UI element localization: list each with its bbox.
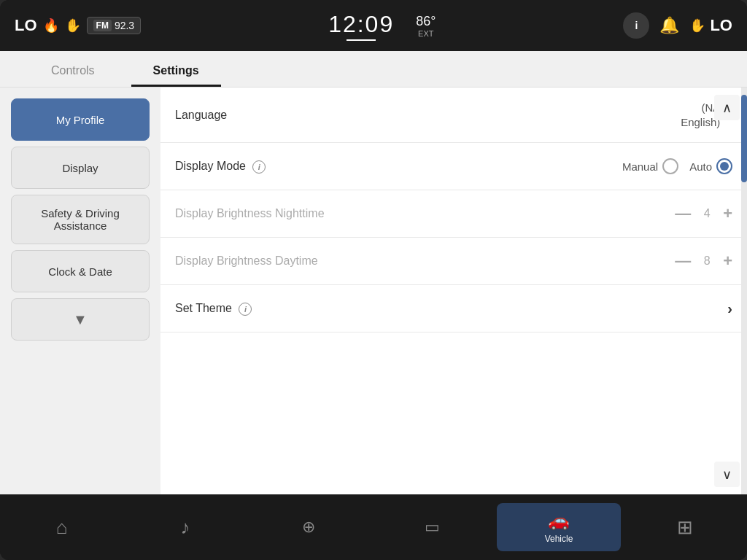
content-area: My Profile Display Safety & Driving Assi… [0, 88, 747, 494]
tab-controls[interactable]: Controls [29, 57, 117, 87]
hand-right-icon: ✋ [689, 18, 705, 34]
settings-row-brightness-night: Display Brightness Nighttime — 4 + [160, 190, 747, 238]
display-mode-label: Display Mode i [175, 160, 622, 174]
brightness-night-decrease[interactable]: — [675, 206, 691, 222]
nav-assist-icon[interactable]: i [623, 12, 649, 39]
set-theme-label: Set Theme i [175, 302, 727, 316]
tab-settings[interactable]: Settings [131, 57, 221, 87]
scrollbar-track [741, 88, 747, 494]
display-mode-info-icon[interactable]: i [252, 160, 266, 174]
status-temp: 86° [416, 14, 436, 29]
settings-row-language: Language (NAEnglish) › [160, 88, 747, 143]
language-label: Language [175, 109, 681, 122]
main-content: Controls Settings My Profile Display Saf… [0, 51, 747, 494]
bottom-nav: ⌂ ♪ ⊕ ▭ 🚗 Vehicle ⊞ [0, 494, 747, 560]
brightness-day-label: Display Brightness Daytime [175, 254, 675, 268]
music-icon: ♪ [180, 516, 190, 539]
set-theme-info-icon[interactable]: i [239, 303, 252, 316]
navigation-icon: ⊕ [302, 518, 315, 537]
vehicle-icon: 🚗 [548, 510, 570, 531]
status-right: i 🔔 ✋ LO [623, 12, 732, 39]
bottom-nav-vehicle[interactable]: 🚗 Vehicle [497, 503, 620, 551]
status-lo-left: LO [15, 16, 37, 35]
flame-icon: 🔥 [43, 18, 59, 34]
brightness-day-value: 8 [700, 254, 714, 268]
scroll-up-button[interactable]: ∧ [714, 95, 740, 120]
sidebar: My Profile Display Safety & Driving Assi… [0, 88, 160, 494]
status-left: LO 🔥 ✋ FM 92.3 [15, 16, 141, 35]
status-bar: LO 🔥 ✋ FM 92.3 12:09 86° EXT [0, 0, 747, 51]
bottom-nav-navigation[interactable]: ⊕ [247, 510, 371, 544]
radio-circle-manual[interactable] [662, 158, 678, 174]
sidebar-item-safety[interactable]: Safety & Driving Assistance [11, 195, 150, 244]
radio-option-manual[interactable]: Manual [622, 158, 678, 174]
steering-hand-icon: ✋ [65, 18, 81, 34]
nav-inner-icon: i [635, 20, 638, 31]
sidebar-item-my-profile[interactable]: My Profile [11, 98, 150, 141]
bell-icon[interactable]: 🔔 [659, 16, 679, 35]
scroll-down-button[interactable]: ∨ [714, 462, 740, 487]
brightness-day-decrease[interactable]: — [675, 253, 691, 269]
settings-row-brightness-day: Display Brightness Daytime — 8 + [160, 238, 747, 285]
fm-freq: 92.3 [115, 20, 134, 31]
settings-row-set-theme: Set Theme i › [160, 285, 747, 332]
phone-icon: ▭ [425, 518, 440, 537]
sidebar-scroll-down[interactable]: ▼ [11, 298, 150, 341]
bottom-nav-home[interactable]: ⌂ [0, 509, 123, 546]
settings-list: Language (NAEnglish) › Display Mode i [160, 88, 747, 332]
bottom-nav-music[interactable]: ♪ [123, 509, 247, 546]
bottom-nav-phone[interactable]: ▭ [371, 510, 494, 544]
chevron-down-icon: ▼ [73, 311, 88, 328]
sidebar-item-display[interactable]: Display [11, 147, 150, 189]
brightness-night-value: 4 [700, 207, 714, 220]
fm-badge: FM [93, 20, 112, 31]
status-ext: EXT [416, 29, 436, 38]
time-underline [347, 39, 376, 41]
fm-display[interactable]: FM 92.3 [87, 17, 142, 34]
tab-bar: Controls Settings [0, 51, 747, 88]
bottom-nav-apps[interactable]: ⊞ [624, 509, 747, 546]
sidebar-item-clock-date[interactable]: Clock & Date [11, 250, 150, 292]
radio-auto-label: Auto [689, 160, 712, 173]
status-time: 12:09 [328, 11, 394, 38]
settings-panel: Language (NAEnglish) › Display Mode i [160, 88, 747, 494]
status-center: 12:09 86° EXT [328, 11, 436, 41]
scrollbar-thumb[interactable] [741, 95, 747, 182]
settings-row-display-mode: Display Mode i Manual Auto [160, 143, 747, 190]
screen-wrapper: LO 🔥 ✋ FM 92.3 12:09 86° EXT [0, 0, 747, 560]
status-lo-right: ✋ LO [689, 16, 732, 35]
home-icon: ⌂ [56, 516, 68, 539]
brightness-night-label: Display Brightness Nighttime [175, 207, 675, 220]
radio-manual-label: Manual [622, 160, 658, 173]
vehicle-label: Vehicle [545, 534, 573, 544]
status-lo-right-text: LO [710, 16, 732, 35]
apps-icon: ⊞ [677, 516, 693, 539]
scroll-arrows: ∧ ∨ [714, 88, 740, 494]
